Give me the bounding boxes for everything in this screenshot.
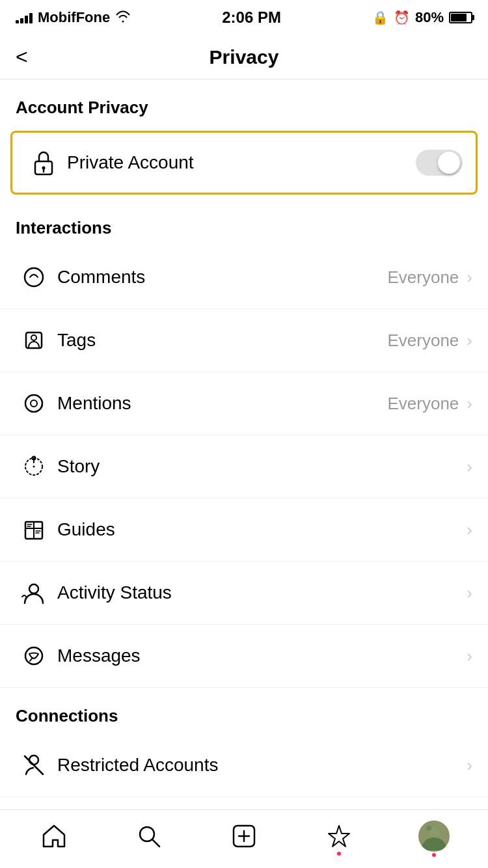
profile-dot (432, 853, 436, 857)
activity-icon (325, 822, 353, 850)
lock-icon (25, 144, 62, 181)
svg-point-17 (25, 647, 42, 664)
lock-status-icon: 🔒 (372, 10, 388, 25)
messages-label: Messages (57, 645, 459, 666)
alarm-icon: ⏰ (394, 10, 410, 25)
status-right: 🔒 ⏰ 80% (372, 9, 472, 26)
tags-icon (16, 322, 52, 359)
tab-activity[interactable] (313, 822, 365, 850)
mentions-icon (16, 385, 52, 422)
guides-chevron: › (467, 520, 472, 540)
page-title: Privacy (210, 46, 279, 68)
svg-point-28 (437, 825, 441, 829)
tab-bar (0, 809, 488, 868)
nav-header: < Privacy (0, 35, 488, 79)
private-account-toggle[interactable] (416, 150, 463, 176)
search-icon (135, 822, 163, 850)
svg-point-6 (25, 395, 42, 412)
create-icon (230, 822, 258, 850)
svg-point-18 (29, 755, 38, 765)
messages-icon (16, 638, 52, 674)
svg-point-16 (29, 584, 38, 593)
svg-rect-15 (25, 522, 34, 528)
restricted-accounts-label: Restricted Accounts (57, 755, 467, 776)
tab-home[interactable] (28, 822, 80, 850)
page-content: Account Privacy Private Account Interact… (0, 79, 488, 862)
svg-point-5 (31, 335, 36, 340)
restricted-accounts-chevron: › (467, 755, 472, 776)
svg-line-21 (152, 839, 159, 847)
interactions-section-header: Interactions (0, 200, 488, 246)
comments-chevron: › (467, 267, 472, 288)
battery-percent: 80% (415, 9, 444, 26)
messages-item[interactable]: Messages › (0, 625, 488, 688)
private-account-item[interactable]: Private Account (10, 131, 478, 195)
signal-icon (16, 12, 33, 23)
account-privacy-section-header: Account Privacy (0, 79, 488, 126)
profile-avatar (418, 821, 450, 852)
story-chevron: › (467, 457, 472, 477)
toggle-knob (438, 152, 460, 174)
comments-label: Comments (57, 267, 387, 288)
battery-icon (449, 12, 472, 23)
story-label: Story (57, 456, 459, 477)
activity-status-chevron: › (467, 583, 472, 603)
status-left: MobifFone (16, 9, 131, 26)
activity-status-item[interactable]: Activity Status › (0, 562, 488, 625)
story-icon (16, 448, 52, 485)
svg-point-25 (421, 837, 447, 850)
activity-notification-dot (337, 852, 341, 856)
svg-point-7 (31, 400, 37, 407)
svg-point-3 (25, 268, 43, 286)
guides-item[interactable]: Guides › (0, 498, 488, 562)
comments-icon (16, 259, 52, 295)
wifi-icon (115, 10, 131, 26)
status-bar: MobifFone 2:06 PM 🔒 ⏰ 80% (0, 0, 488, 35)
messages-chevron: › (467, 646, 472, 666)
tab-create[interactable] (218, 822, 270, 850)
mentions-label: Mentions (57, 393, 387, 414)
tab-profile[interactable] (408, 821, 460, 852)
connections-section-header: Connections (0, 688, 488, 734)
guides-icon (16, 511, 52, 548)
svg-point-9 (33, 466, 35, 468)
tab-search[interactable] (123, 822, 175, 850)
restricted-accounts-icon (16, 747, 52, 783)
activity-status-icon (16, 575, 52, 611)
restricted-accounts-item[interactable]: Restricted Accounts › (0, 734, 488, 797)
tags-label: Tags (57, 330, 387, 351)
tags-item[interactable]: Tags Everyone › (0, 309, 488, 372)
guides-label: Guides (57, 519, 459, 540)
status-time: 2:06 PM (222, 8, 281, 27)
comments-item[interactable]: Comments Everyone › (0, 246, 488, 309)
tags-chevron: › (467, 331, 472, 351)
mentions-item[interactable]: Mentions Everyone › (0, 372, 488, 435)
tags-value: Everyone (387, 331, 459, 351)
home-icon (40, 822, 68, 850)
mentions-chevron: › (467, 394, 472, 414)
activity-status-label: Activity Status (57, 582, 459, 603)
private-account-label: Private Account (67, 152, 416, 173)
svg-point-27 (426, 826, 431, 831)
carrier-name: MobifFone (38, 9, 110, 26)
back-button[interactable]: < (16, 45, 28, 69)
story-item[interactable]: Story › (0, 435, 488, 498)
mentions-value: Everyone (387, 394, 459, 414)
comments-value: Everyone (387, 267, 459, 288)
